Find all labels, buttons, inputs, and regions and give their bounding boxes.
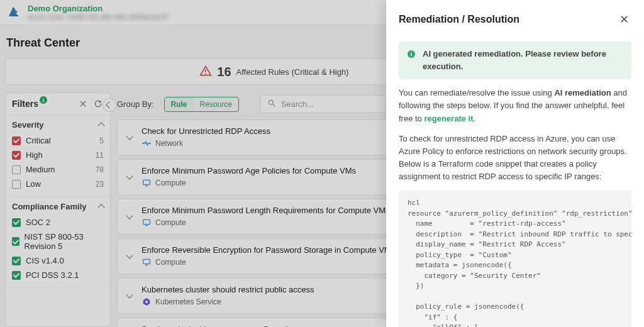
compliance-toggle[interactable]: Compliance Family: [12, 202, 104, 211]
severity-high[interactable]: High 11: [12, 148, 104, 162]
severity-toggle[interactable]: Severity: [12, 120, 104, 130]
regenerate-link[interactable]: regenerate it: [424, 114, 473, 123]
checkbox-icon[interactable]: [12, 218, 21, 227]
search-placeholder: Search...: [281, 99, 314, 109]
clear-filters-icon[interactable]: [77, 98, 89, 109]
rule-title: Enforce Reversible Encryption for Passwo…: [142, 245, 395, 255]
checkbox-icon[interactable]: [12, 180, 21, 189]
rule-service: Compute: [142, 218, 390, 228]
compliance-soc2[interactable]: SOC 2: [12, 215, 104, 230]
svg-rect-12: [143, 259, 150, 263]
filters-title: Filters 1: [12, 99, 74, 109]
svg-rect-13: [145, 265, 148, 265]
affected-label: Affected Rules (Critical & High): [236, 67, 349, 77]
chevron-down-icon[interactable]: [125, 294, 134, 297]
svg-point-4: [269, 100, 273, 104]
service-icon: [142, 138, 152, 148]
rule-service: Compute: [142, 178, 356, 188]
search-input[interactable]: Search...: [260, 95, 386, 113]
rule-title: Enforce Minimum Password Length Requirem…: [142, 206, 390, 215]
close-icon[interactable]: ✕: [617, 10, 631, 29]
chevron-down-icon[interactable]: [125, 215, 134, 218]
remediation-drawer: Remediation / Resolution ✕ AI generated …: [386, 0, 644, 327]
org-name[interactable]: Demo Organization: [28, 4, 169, 13]
info-icon: [406, 49, 416, 59]
svg-rect-11: [145, 225, 148, 226]
checkbox-icon[interactable]: [12, 151, 21, 160]
chevron-up-icon: [97, 204, 104, 211]
search-icon: [267, 99, 276, 109]
rule-title: Check for Unrestricted RDP Access: [142, 126, 270, 136]
ai-banner-text: AI generated remediation. Please review …: [423, 48, 624, 73]
affected-count: 16: [217, 65, 231, 79]
seg-resource[interactable]: Resource: [194, 97, 238, 111]
group-by-label: Group By:: [117, 99, 154, 109]
severity-critical[interactable]: Critical 5: [12, 133, 104, 148]
checkbox-icon[interactable]: [12, 136, 21, 145]
compliance-nist[interactable]: NIST SP 800-53 Revision 5: [12, 230, 104, 253]
seg-rule[interactable]: Rule: [165, 97, 194, 111]
svg-rect-10: [143, 219, 150, 224]
chevron-up-icon: [97, 122, 104, 129]
svg-rect-9: [145, 186, 148, 186]
filters-panel: Filters 1 Severity Critical 5: [5, 92, 111, 327]
svg-point-1: [205, 73, 206, 74]
svg-line-5: [273, 104, 275, 107]
checkbox-icon[interactable]: [12, 237, 19, 246]
filters-badge: 1: [40, 96, 47, 104]
svg-point-6: [142, 143, 144, 145]
warning-icon: [199, 65, 212, 79]
rule-title: Service principal have secure configurat…: [142, 324, 297, 327]
code-block[interactable]: hcl resource "azurerm_policy_definition"…: [399, 191, 631, 327]
rule-service: Compute: [142, 257, 395, 267]
group-by-segment: Rule Resource: [164, 97, 239, 112]
severity-medium[interactable]: Medium 78: [12, 162, 104, 177]
service-icon: [142, 297, 152, 307]
azure-logo-icon: [6, 5, 21, 20]
svg-rect-8: [143, 180, 150, 184]
service-icon: [142, 218, 152, 228]
compliance-section: Compliance Family SOC 2 NIST SP 800-53 R…: [6, 197, 110, 288]
collapse-filters-button[interactable]: [103, 98, 116, 112]
chevron-down-icon[interactable]: [125, 175, 134, 179]
svg-point-15: [145, 301, 148, 303]
svg-rect-18: [411, 52, 411, 52]
severity-section: Severity Critical 5 High 11 Medium 78 Lo…: [6, 115, 110, 197]
rule-service: Kubernetes Service: [142, 297, 314, 307]
checkbox-icon[interactable]: [12, 257, 21, 265]
ai-banner: AI generated remediation. Please review …: [399, 42, 631, 79]
rule-title: Kubernetes cluster should restrict publi…: [142, 285, 314, 294]
intro-paragraph: You can remediate/resolve the issue usin…: [399, 87, 631, 125]
compliance-cis[interactable]: CIS v1.4.0: [12, 253, 104, 268]
org-subtitle: Azure Subs: 10df0-165-d8d-48b-d0596a2d7f…: [28, 13, 169, 21]
service-icon: [142, 178, 152, 188]
rule-service: Network: [142, 138, 270, 148]
compliance-pci[interactable]: PCI DSS 3.2.1: [12, 268, 104, 282]
drawer-title: Remediation / Resolution: [399, 14, 519, 25]
explain-paragraph: To check for unrestricted RDP access in …: [399, 133, 631, 184]
chevron-down-icon[interactable]: [125, 136, 134, 139]
checkbox-icon[interactable]: [12, 165, 21, 174]
service-icon: [142, 257, 152, 267]
svg-rect-17: [411, 53, 411, 57]
svg-point-7: [149, 143, 151, 145]
checkbox-icon[interactable]: [12, 271, 21, 280]
rule-title: Enforce Minimum Password Age Policies fo…: [142, 166, 356, 175]
chevron-down-icon[interactable]: [125, 255, 134, 258]
severity-low[interactable]: Low 23: [12, 177, 104, 191]
